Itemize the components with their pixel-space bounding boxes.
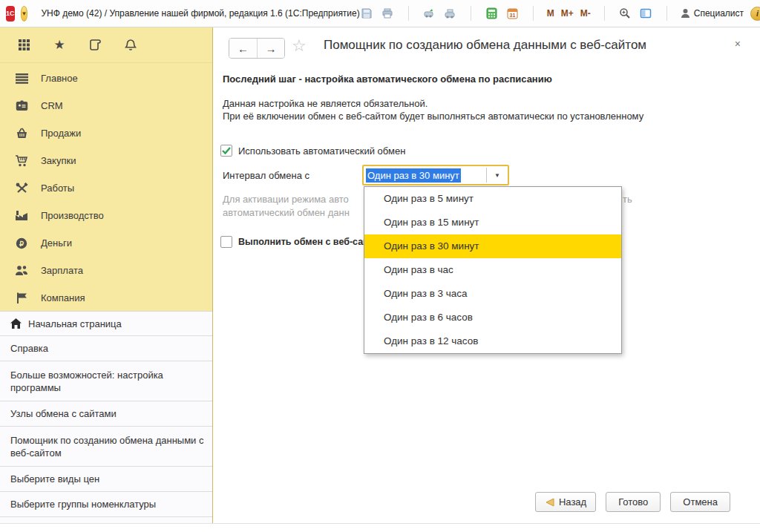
dropdown-option[interactable]: Один раз в 12 часов	[364, 329, 621, 353]
notifications-bell-icon[interactable]	[123, 38, 138, 53]
sidebar-item-vidy-tsen[interactable]: Выберите виды цен	[0, 467, 212, 492]
history-icon[interactable]	[88, 38, 102, 53]
sidebar-item-gruppy-nomenklatury[interactable]: Выберите группы номенклатуры	[0, 492, 212, 517]
content-header: ← → ☆ Помощник по созданию обмена данным…	[214, 27, 760, 66]
forward-nav-button[interactable]: →	[257, 39, 284, 58]
menu-lines-icon	[15, 72, 28, 85]
cancel-button-label: Отмена	[683, 496, 718, 508]
titlebar-separator	[533, 6, 534, 21]
interval-combobox[interactable]: Один раз в 30 минут ▼	[362, 165, 509, 185]
1c-logo-icon: 1С	[6, 6, 15, 22]
sidebar-item-zakupki[interactable]: Закупки	[0, 147, 212, 174]
sidebar-item-uzly-obmena[interactable]: Узлы обмена с сайтами	[0, 401, 212, 427]
nav-item-label: Больше возможностей: настройка программы	[10, 369, 205, 394]
sidebar-item-label: Компания	[41, 292, 85, 303]
dropdown-option[interactable]: Один раз в 6 часов	[364, 306, 621, 329]
dropdown-option[interactable]: Один раз в час	[364, 258, 621, 282]
svg-text:31: 31	[509, 13, 515, 18]
description-line-2: При её включении обмен с веб-сайтом буде…	[223, 111, 643, 122]
nav-item-label: Справка	[10, 342, 48, 355]
nav-item-label: Помощник по созданию обмена данными с ве…	[10, 434, 205, 459]
nav-item-label: Начальная страница	[28, 318, 122, 330]
home-icon	[10, 318, 22, 329]
calculator-icon[interactable]	[485, 7, 499, 21]
user-name: Специалист	[694, 8, 744, 19]
dropdown-option[interactable]: Один раз в 15 минут	[364, 211, 621, 234]
auto-exchange-checkbox[interactable]	[220, 145, 232, 157]
app-window: 1С ▼ УНФ демо (42) / Управление нашей фи…	[0, 0, 760, 524]
close-icon[interactable]: ×	[735, 38, 741, 50]
crm-icon	[15, 99, 28, 113]
sidebar-item-label: Зарплата	[41, 265, 83, 276]
sidebar-item-kompaniya[interactable]: Компания	[0, 284, 212, 312]
main-content: ← → ☆ Помощник по созданию обмена данным…	[214, 27, 760, 523]
combobox-dropdown-button[interactable]: ▼	[487, 166, 508, 184]
disabled-hint-line1-left: Для активации режима авто	[223, 194, 349, 205]
sidebar-item-proizvodstvo[interactable]: Производство	[0, 202, 212, 229]
titlebar-separator	[471, 6, 471, 21]
purchases-cart-icon	[15, 154, 28, 168]
disabled-hint-line1-right: ть	[623, 194, 632, 205]
cancel-button[interactable]: Отмена	[670, 492, 730, 512]
svg-text:₽: ₽	[19, 239, 24, 247]
user-icon	[681, 8, 690, 19]
calendar-icon[interactable]: 31	[505, 7, 520, 21]
sidebar-item-label: Работы	[41, 183, 74, 194]
company-flag-icon	[15, 292, 28, 305]
auto-exchange-checkbox-row: Использовать автоматический обмен	[220, 145, 405, 157]
dropdown-option[interactable]: Один раз в 3 часа	[364, 282, 621, 306]
interval-dropdown-list: Один раз в 5 минут Один раз в 15 минут О…	[364, 186, 622, 354]
favorite-star-icon[interactable]: ☆	[292, 36, 307, 56]
works-tools-icon	[15, 182, 28, 195]
split-view-icon[interactable]	[639, 7, 653, 21]
main-menu-button[interactable]: ▼	[21, 6, 28, 22]
info-icon[interactable]: i	[750, 7, 760, 21]
titlebar-separator	[666, 6, 667, 21]
favorites-star-icon[interactable]: ★	[52, 38, 67, 53]
page-title: Помощник по созданию обмена данными с ве…	[324, 38, 646, 53]
back-button[interactable]: Назад	[535, 492, 596, 512]
titlebar-separator	[408, 6, 409, 21]
print-icon[interactable]	[381, 7, 395, 21]
sidebar-item-home[interactable]: Начальная страница	[0, 312, 212, 336]
sidebar-item-dengi[interactable]: ₽ Деньги	[0, 229, 212, 257]
interval-label: Интервал обмена с	[223, 170, 309, 181]
titlebar-separator	[604, 6, 605, 21]
sidebar-item-crm[interactable]: CRM	[0, 92, 212, 119]
back-nav-button[interactable]: ←	[229, 39, 257, 58]
sidebar-item-bolshe-vozmozhnostey[interactable]: Больше возможностей: настройка программы	[0, 361, 212, 401]
print-preview-icon[interactable]	[422, 7, 436, 21]
sidebar-item-raboty[interactable]: Работы	[0, 174, 212, 202]
memory-recall-button[interactable]: M	[547, 8, 554, 19]
memory-subtract-button[interactable]: M-	[580, 8, 591, 19]
sidebar-item-prodazhi[interactable]: Продажи	[0, 119, 212, 147]
interval-selected-value: Один раз в 30 минут	[366, 168, 461, 183]
sidebar-item-label: Производство	[41, 210, 104, 221]
description-line-1: Данная настройка не является обязательно…	[223, 98, 428, 109]
done-button[interactable]: Готово	[606, 492, 661, 512]
sidebar-item-glavnoe[interactable]: Главное	[0, 65, 212, 92]
file-copy-icon[interactable]	[443, 7, 457, 21]
run-exchange-checkbox[interactable]	[220, 236, 232, 248]
zoom-icon[interactable]	[618, 7, 632, 21]
memory-add-button[interactable]: M+	[561, 8, 574, 19]
titlebar-toolbar: 31 M M+ M- Специалист i ▼	[360, 6, 760, 21]
nav-item-label: Узлы обмена с сайтами	[10, 407, 117, 420]
dropdown-option-selected[interactable]: Один раз в 30 минут	[364, 234, 621, 258]
sales-basket-icon	[15, 127, 28, 140]
sidebar-item-zarplata[interactable]: Зарплата	[0, 257, 212, 284]
titlebar: 1С ▼ УНФ демо (42) / Управление нашей фи…	[0, 0, 760, 27]
dropdown-option[interactable]: Один раз в 5 минут	[364, 187, 621, 211]
save-icon[interactable]	[360, 7, 374, 21]
sidebar-item-label: CRM	[41, 100, 63, 111]
apps-grid-icon[interactable]	[16, 38, 31, 53]
disabled-hint-line2: автоматический обмен данн	[223, 207, 350, 218]
run-exchange-checkbox-row: Выполнить обмен с веб-сайто	[220, 236, 379, 248]
step-heading: Последний шаг - настройка автоматическог…	[223, 73, 552, 85]
nav-item-label: Выберите виды цен	[10, 473, 99, 485]
sidebar-item-pomoshchnik-obmena[interactable]: Помощник по созданию обмена данными с ве…	[0, 427, 212, 467]
history-nav-buttons: ← →	[229, 38, 285, 59]
sidebar-item-spravka[interactable]: Справка	[0, 336, 212, 361]
back-triangle-icon	[545, 498, 554, 507]
current-user[interactable]: Специалист	[681, 8, 744, 19]
